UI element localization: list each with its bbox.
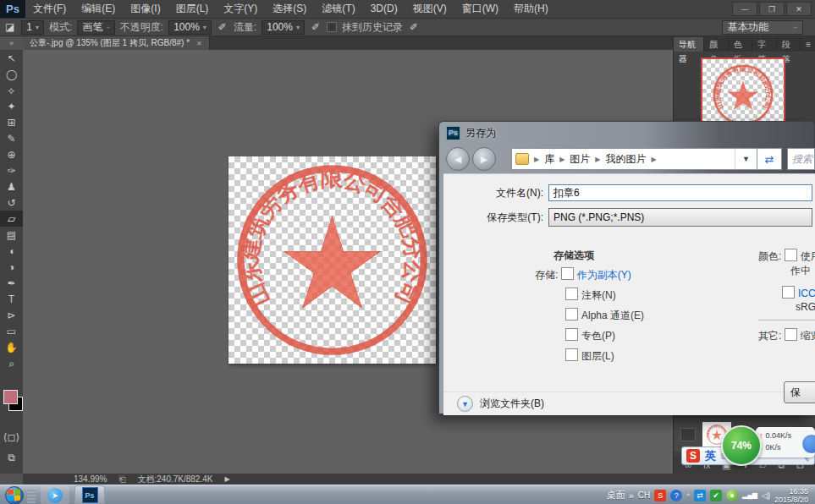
close-button[interactable]: ✕ xyxy=(786,2,812,16)
tab-color[interactable]: 颜色 xyxy=(704,37,728,52)
refresh-button[interactable]: ⇄ xyxy=(757,148,782,170)
breadcrumb-pictures[interactable]: 图片 xyxy=(570,152,590,167)
erase-to-history-checkbox[interactable] xyxy=(327,22,337,32)
eraser-tool-icon[interactable]: ◪ xyxy=(3,21,16,33)
sogou-tray-icon[interactable]: S xyxy=(654,490,666,501)
menu-layer[interactable]: 图层(L) xyxy=(168,0,217,18)
menu-filter[interactable]: 滤镜(T) xyxy=(314,0,362,18)
annotations-checkbox[interactable] xyxy=(565,288,578,300)
address-breadcrumb[interactable]: ▶ 库 ▶ 图片 ▶ 我的图片 ▶ ▼ xyxy=(511,148,757,170)
back-button[interactable]: ◀ xyxy=(446,147,470,171)
brush-tool[interactable]: ✑ xyxy=(0,162,23,178)
layer-visibility-box[interactable] xyxy=(680,428,696,441)
sogou-logo-icon[interactable]: S xyxy=(686,449,700,463)
quick-mask-button[interactable]: ⟨◻⟩ xyxy=(0,429,23,445)
eyedropper-tool[interactable]: ✎ xyxy=(0,130,23,146)
brush-preset-picker[interactable]: 1 ▾ xyxy=(21,20,44,35)
taskbar-clock[interactable]: 16:35 2015/8/20 xyxy=(774,487,812,504)
foreground-color-swatch[interactable] xyxy=(3,390,18,404)
magic-wand-tool[interactable]: ✦ xyxy=(0,98,23,114)
workspace-switcher[interactable]: 基本功能 ÷ xyxy=(722,20,803,35)
browser-taskbar-button[interactable]: ➤ xyxy=(41,486,69,504)
zoom-tool[interactable]: ⌕ xyxy=(0,355,23,371)
address-dropdown-icon[interactable]: ▼ xyxy=(735,149,757,169)
move-tool[interactable]: ↖ xyxy=(0,50,23,66)
eraser-tool[interactable]: ▱ xyxy=(0,211,23,227)
tab-character[interactable]: 字符 xyxy=(752,37,776,52)
volume-icon[interactable]: ◁) xyxy=(762,491,770,500)
start-button[interactable] xyxy=(5,486,24,504)
icc-profile-checkbox[interactable] xyxy=(782,286,795,299)
zoom-level-field[interactable]: 134.99% xyxy=(74,474,107,484)
language-indicator[interactable]: CH xyxy=(638,490,650,500)
browse-folders-label[interactable]: 浏览文件夹(B) xyxy=(480,397,544,411)
opacity-select[interactable]: 100% ▾ xyxy=(168,20,212,35)
restore-button[interactable]: ❐ xyxy=(759,2,785,16)
menu-3d[interactable]: 3D(D) xyxy=(363,0,405,18)
document-tab[interactable]: 公章-.jpg @ 135% (图层 1 拷贝, RGB/8#) * ✕ xyxy=(23,36,210,50)
photoshop-taskbar-button[interactable]: Ps xyxy=(74,485,105,504)
menu-edit[interactable]: 编辑(E) xyxy=(74,0,123,18)
dialog-title-bar[interactable]: Ps 另存为 xyxy=(439,122,814,144)
blur-tool[interactable]: ◖ xyxy=(0,243,23,259)
antivirus-ball-icon[interactable]: ● xyxy=(726,490,738,501)
help-tray-icon[interactable]: ? xyxy=(670,490,682,501)
input-mode-indicator[interactable]: 英 xyxy=(705,448,716,463)
history-brush-tool[interactable]: ↺ xyxy=(0,194,23,211)
proof-setup-checkbox[interactable] xyxy=(785,249,797,261)
menu-help[interactable]: 帮助(H) xyxy=(506,0,556,18)
dodge-tool[interactable]: ◑ xyxy=(0,259,23,275)
filename-input[interactable]: 扣章6 xyxy=(548,184,812,201)
flow-select[interactable]: 100% ▾ xyxy=(262,20,305,35)
browse-folders-expander-icon[interactable]: ▼ xyxy=(457,396,473,412)
menu-type[interactable]: 文字(Y) xyxy=(216,0,265,18)
desktop-label[interactable]: 桌面 xyxy=(607,489,625,501)
as-copy-checkbox[interactable] xyxy=(561,267,574,280)
status-arrow-icon[interactable]: ▶ xyxy=(224,475,229,483)
gradient-tool[interactable]: ▤ xyxy=(0,227,23,243)
tools-panel-header[interactable]: » xyxy=(0,36,23,50)
wifi-icon[interactable]: ⇄ xyxy=(694,490,706,501)
forward-button[interactable]: ▶ xyxy=(472,147,496,171)
panel-menu-icon[interactable]: ≡ xyxy=(801,37,815,52)
path-select-tool[interactable]: ⊳ xyxy=(0,307,23,323)
airbrush-icon[interactable]: ✐ xyxy=(310,21,322,33)
shape-tool[interactable]: ▭ xyxy=(0,323,23,339)
spot-colors-checkbox[interactable] xyxy=(565,328,578,341)
menu-window[interactable]: 窗口(W) xyxy=(454,0,506,18)
desktop-toolbar[interactable]: 桌面 » xyxy=(607,489,634,501)
healing-brush-tool[interactable]: ⊕ xyxy=(0,146,23,162)
tab-navigator[interactable]: 导航器 xyxy=(674,37,704,52)
document-size-info[interactable]: 文档:240.7K/882.4K xyxy=(137,474,212,485)
type-tool[interactable]: T xyxy=(0,291,23,307)
hand-tool[interactable]: ✋ xyxy=(0,339,23,355)
tab-paragraph[interactable]: 段落 xyxy=(777,37,801,52)
menu-file[interactable]: 文件(F) xyxy=(25,0,74,18)
memory-speedup-ball[interactable]: 74% xyxy=(721,425,762,466)
marquee-tool[interactable]: ◯ xyxy=(0,66,23,82)
layers-checkbox[interactable] xyxy=(565,348,578,361)
screen-mode-button[interactable]: ⧉ xyxy=(0,449,23,465)
show-hidden-icons-caret[interactable]: ^ xyxy=(686,491,690,499)
filetype-select[interactable]: PNG (*.PNG;*.PNS) xyxy=(548,208,812,227)
menu-image[interactable]: 图像(I) xyxy=(123,0,168,18)
menu-view[interactable]: 视图(V) xyxy=(405,0,454,18)
signal-bars-icon[interactable]: ▂▄▆ xyxy=(742,491,757,499)
mode-select[interactable]: 画笔 ÷ xyxy=(77,20,114,35)
chevron-icon[interactable]: » xyxy=(629,490,634,501)
document-canvas[interactable]: 山东建筑劳务有限公司合肥分公司 xyxy=(229,156,436,364)
lasso-tool[interactable]: ⟡ xyxy=(0,82,23,98)
close-tab-icon[interactable]: ✕ xyxy=(196,40,202,47)
thumbnail-checkbox[interactable] xyxy=(785,328,797,341)
pressure-size-icon[interactable]: ✐ xyxy=(408,21,420,33)
pen-tool[interactable]: ✒ xyxy=(0,275,23,291)
minimize-button[interactable]: — xyxy=(732,2,757,16)
breadcrumb-libraries[interactable]: 库 xyxy=(544,152,554,167)
security-shield-icon[interactable]: ✔ xyxy=(710,490,722,501)
clone-stamp-tool[interactable]: ♟ xyxy=(0,178,23,194)
alpha-channels-checkbox[interactable] xyxy=(565,308,578,320)
crop-tool[interactable]: ⊞ xyxy=(0,114,23,130)
breadcrumb-my-pictures[interactable]: 我的图片 xyxy=(605,152,646,167)
search-input[interactable]: 搜索 xyxy=(787,148,815,170)
save-button[interactable]: 保 xyxy=(784,381,815,403)
